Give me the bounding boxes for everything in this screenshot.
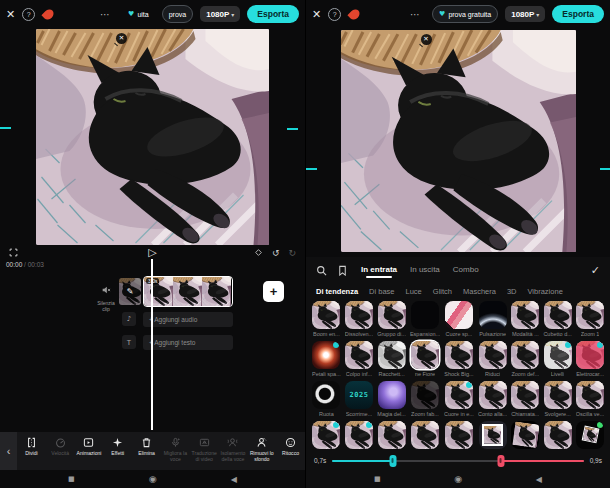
category-glitch[interactable]: Glitch	[433, 287, 452, 296]
effect-item-oscilla-ve[interactable]: Oscilla ve...	[576, 381, 604, 418]
back-icon[interactable]: ◀	[231, 475, 237, 484]
effect-thumbnail[interactable]	[312, 301, 340, 329]
effect-item-magia-del[interactable]: Magia del...	[377, 381, 406, 418]
effect-item-scorrime[interactable]: 2025Scorrime...	[345, 381, 373, 418]
export-button[interactable]: Esporta	[552, 5, 604, 23]
effect-item-racchett[interactable]: Racchett...	[377, 341, 406, 378]
effect-thumbnail[interactable]	[312, 421, 340, 449]
effect-thumbnail[interactable]	[544, 341, 572, 369]
tab-in-uscita[interactable]: In uscita	[410, 265, 440, 275]
play-button[interactable]: ▷	[148, 246, 156, 259]
effect-thumbnail[interactable]	[378, 301, 406, 329]
effect-thumbnail[interactable]	[544, 381, 572, 409]
effect-thumbnail[interactable]	[576, 341, 604, 369]
toolbar-item-elimina[interactable]: Elimina	[132, 432, 161, 470]
effect-thumbnail[interactable]	[479, 381, 507, 409]
effect-thumbnail[interactable]	[445, 301, 473, 329]
effect-item-dissolven[interactable]: Dissolven...	[345, 301, 373, 338]
effect-item-cuore-in-e[interactable]: Cuore in e...	[444, 381, 474, 418]
effect-thumbnail[interactable]	[345, 341, 373, 369]
toolbar-back-button[interactable]: ‹	[0, 432, 17, 470]
effect-item[interactable]	[377, 421, 406, 451]
effect-thumbnail[interactable]	[511, 421, 539, 449]
keyframe-icon[interactable]	[254, 248, 263, 257]
effect-thumbnail[interactable]	[511, 341, 539, 369]
effect-item-cubetto-d[interactable]: Cubetto d...	[543, 301, 571, 338]
effect-item-shock-big[interactable]: Shock Big...	[444, 341, 474, 378]
effect-item-zoom-def[interactable]: Zoom def...	[511, 341, 539, 378]
effect-thumbnail[interactable]	[479, 421, 507, 449]
effect-item-gruppo-di[interactable]: Gruppo di...	[377, 301, 406, 338]
add-text-button[interactable]: + Aggiungi testo	[143, 335, 233, 350]
back-icon[interactable]: ◀	[536, 475, 542, 484]
effect-item[interactable]	[312, 421, 341, 451]
toolbar-item-effetti[interactable]: Effetti	[103, 432, 132, 470]
fullscreen-icon[interactable]	[9, 248, 18, 257]
video-clip[interactable]: 3.0s	[143, 276, 233, 307]
export-button[interactable]: Esporta	[247, 5, 299, 23]
effect-item[interactable]	[576, 421, 604, 451]
effect-item-livelli[interactable]: Livelli	[543, 341, 571, 378]
bookmark-icon[interactable]	[337, 265, 348, 276]
effect-thumbnail[interactable]	[445, 341, 473, 369]
toolbar-item-ritocco[interactable]: Ritocco	[276, 432, 305, 470]
effect-thumbnail[interactable]	[576, 301, 604, 329]
effect-thumbnail[interactable]	[445, 421, 473, 449]
help-icon[interactable]: ?	[22, 8, 35, 21]
in-duration-handle[interactable]	[389, 455, 396, 467]
effect-item-svolgere[interactable]: Svolgere...	[543, 381, 571, 418]
toolbar-item-animazioni[interactable]: Animazioni	[75, 432, 104, 470]
help-icon[interactable]: ?	[328, 8, 341, 21]
effect-thumbnail[interactable]	[411, 381, 439, 409]
home-icon[interactable]: ◉	[454, 474, 462, 484]
effect-item-chiamata[interactable]: Chiamata...	[511, 381, 539, 418]
effect-item-riduci[interactable]: Riduci	[478, 341, 507, 378]
flame-icon[interactable]	[42, 7, 56, 21]
effect-thumbnail[interactable]	[511, 301, 539, 329]
add-clip-button[interactable]: +	[263, 281, 284, 302]
audio-track-icon[interactable]: ♪	[122, 312, 136, 326]
remove-watermark-button[interactable]: ✕	[421, 34, 432, 45]
playhead[interactable]	[151, 259, 153, 430]
effect-item-cuore-sp[interactable]: Cuore sp...	[444, 301, 474, 338]
category-di-tendenza[interactable]: Di tendenza	[316, 287, 358, 296]
category-maschera[interactable]: Maschera	[463, 287, 496, 296]
effect-item-modalit[interactable]: Modalità ...	[511, 301, 539, 338]
effect-thumbnail[interactable]	[378, 421, 406, 449]
effect-thumbnail[interactable]	[479, 301, 507, 329]
close-icon[interactable]: ✕	[312, 8, 321, 21]
effect-thumbnail[interactable]: 2025	[345, 381, 373, 409]
resolution-button[interactable]: 1080P ▾	[505, 6, 545, 22]
effect-item[interactable]	[444, 421, 474, 451]
effect-thumbnail[interactable]	[411, 301, 439, 329]
out-duration-handle[interactable]	[497, 455, 504, 467]
effect-thumbnail[interactable]	[576, 381, 604, 409]
recents-icon[interactable]: ■	[374, 475, 381, 483]
undo-icon[interactable]: ↺	[272, 248, 280, 258]
trial-badge-left[interactable]: ♥ uita	[122, 6, 155, 22]
effect-thumbnail[interactable]	[345, 421, 373, 449]
tab-combo[interactable]: Combo	[453, 265, 479, 275]
effect-thumbnail[interactable]	[544, 301, 572, 329]
category-vibrazione[interactable]: Vibrazione	[528, 287, 563, 296]
effect-item-zoom-1[interactable]: Zoom 1	[576, 301, 604, 338]
effect-thumbnail[interactable]	[378, 381, 406, 409]
confirm-check-icon[interactable]: ✓	[591, 264, 600, 277]
flame-icon[interactable]	[348, 7, 362, 21]
overflow-menu-icon[interactable]: ⋯	[100, 9, 111, 20]
effect-thumbnail[interactable]	[378, 341, 406, 369]
trial-badge-left-2[interactable]: prova	[162, 5, 194, 23]
add-audio-button[interactable]: + Aggiungi audio	[143, 312, 233, 327]
effect-thumbnail[interactable]	[312, 341, 340, 369]
effect-item-elettrocar[interactable]: Elettrocar...	[576, 341, 604, 378]
mute-clip-button[interactable]: Silenzia clip	[93, 281, 119, 312]
category-3d[interactable]: 3D	[507, 287, 517, 296]
effect-item[interactable]	[478, 421, 507, 451]
effect-item-ne-fiore[interactable]: ne Fiore	[410, 341, 440, 378]
effect-item-conto-alla[interactable]: Conto alla...	[478, 381, 507, 418]
overflow-menu-icon[interactable]: ⋯	[410, 9, 421, 20]
home-icon[interactable]: ◉	[149, 474, 157, 484]
toolbar-item-dividi[interactable]: Dividi	[17, 432, 46, 470]
category-di-base[interactable]: Di base	[369, 287, 394, 296]
effect-thumbnail[interactable]	[411, 421, 439, 449]
